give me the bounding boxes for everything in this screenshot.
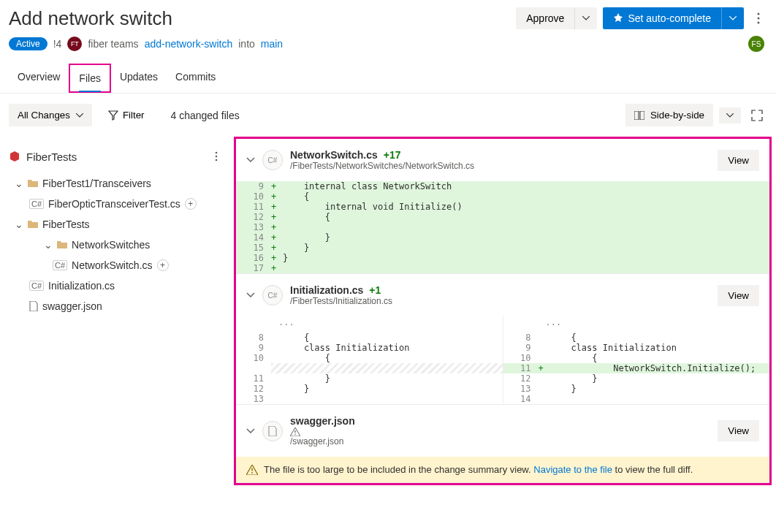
- approve-button[interactable]: Approve: [516, 7, 574, 29]
- user-avatar: FS: [748, 36, 764, 52]
- file-path: /swagger.json: [290, 436, 360, 446]
- code-line: 8 {: [236, 332, 503, 343]
- file-icon: [29, 301, 38, 311]
- tree-folder[interactable]: ⌄ FiberTest1/Transceivers: [0, 173, 234, 194]
- autocomplete-split[interactable]: Set auto-complete: [603, 7, 744, 29]
- chevron-down-icon: [582, 16, 590, 20]
- code-line: 13 }: [503, 384, 770, 394]
- navigate-to-file-link[interactable]: Navigate to the file: [533, 464, 612, 475]
- file-diff-card: swagger.json /swagger.json View The file…: [236, 405, 769, 483]
- tree-label: Initialization.cs: [48, 280, 115, 292]
- all-changes-dropdown[interactable]: All Changes: [9, 104, 92, 126]
- added-indicator-icon: +: [157, 259, 169, 271]
- kebab-icon: [757, 12, 760, 24]
- svg-point-7: [216, 159, 218, 162]
- collapse-toggle[interactable]: [246, 157, 255, 163]
- filter-button[interactable]: Filter: [99, 104, 153, 126]
- file-name: Initialization.cs: [290, 284, 363, 296]
- code-line: 12 }: [236, 384, 503, 394]
- code-block: 9+ internal class NetworkSwitch10+ {11+ …: [236, 181, 769, 273]
- file-icon: [262, 421, 283, 441]
- code-line: 11+ NetworkSwitch.Initialize();: [503, 363, 770, 373]
- tree-file[interactable]: swagger.json: [0, 296, 234, 316]
- repo-more-button[interactable]: [208, 147, 225, 166]
- svg-point-2: [758, 22, 760, 24]
- file-name: swagger.json: [290, 415, 355, 427]
- warning-icon: [246, 465, 258, 475]
- code-line: 13+: [236, 222, 769, 232]
- status-badge: Active: [9, 37, 47, 50]
- target-branch-link[interactable]: main: [261, 38, 283, 50]
- code-line: 9+ internal class NetworkSwitch: [236, 181, 769, 191]
- chevron-down-icon: [246, 292, 255, 298]
- tree-file[interactable]: C# NetworkSwitch.cs +: [0, 255, 234, 276]
- file-path: /FiberTests/Initialization.cs: [290, 296, 392, 306]
- changed-files-count: 4 changed files: [171, 110, 240, 121]
- tab-commits[interactable]: Commits: [167, 64, 224, 93]
- view-mode-select[interactable]: Side-by-side: [625, 104, 713, 126]
- collapse-toggle[interactable]: [246, 428, 255, 434]
- svg-point-8: [294, 433, 296, 435]
- approve-split[interactable]: Approve: [516, 7, 597, 29]
- file-delta: +1: [369, 284, 381, 296]
- diff-split: ···8 {9 class Initialization10 {11 }12 }…: [236, 316, 769, 404]
- chevron-down-icon: ⌄: [15, 218, 23, 230]
- expand-context[interactable]: ···: [236, 316, 503, 332]
- into-label: into: [238, 38, 255, 50]
- filter-icon: [108, 110, 118, 121]
- tabs: Overview Files Updates Commits: [0, 64, 776, 94]
- file-tree-sidebar: FiberTests ⌄ FiberTest1/Transceivers C# …: [0, 137, 234, 490]
- set-autocomplete-label: Set auto-complete: [628, 12, 711, 24]
- tree-folder[interactable]: ⌄ NetworkSwitches: [0, 235, 234, 255]
- kebab-icon: [215, 151, 218, 162]
- collapse-toggle[interactable]: [246, 292, 255, 298]
- warning-bar: The file is too large to be included in …: [236, 457, 769, 482]
- expand-icon: [751, 110, 763, 121]
- svg-point-10: [251, 472, 253, 474]
- folder-icon: [28, 179, 38, 188]
- approve-chevron[interactable]: [574, 7, 597, 29]
- view-file-button[interactable]: View: [718, 285, 759, 306]
- folder-icon: [28, 220, 38, 229]
- warning-icon: [290, 428, 360, 436]
- tree-file[interactable]: C# Initialization.cs: [0, 276, 234, 296]
- code-line: 9 class Initialization: [503, 343, 770, 353]
- tree-file[interactable]: C# FiberOpticTransceiverTest.cs +: [0, 194, 234, 214]
- more-actions-button[interactable]: [750, 8, 767, 28]
- code-line: 17+: [236, 263, 769, 273]
- tab-updates[interactable]: Updates: [111, 64, 167, 93]
- repo-icon: [9, 151, 20, 162]
- side-by-side-icon: [634, 111, 644, 120]
- set-autocomplete-button[interactable]: Set auto-complete: [603, 7, 721, 29]
- tree-label: NetworkSwitches: [72, 239, 150, 251]
- tab-files[interactable]: Files: [69, 64, 111, 93]
- code-line: 10 {: [236, 353, 503, 363]
- svg-point-5: [216, 152, 218, 154]
- view-file-button[interactable]: View: [718, 150, 759, 171]
- repo-name: FiberTests: [26, 151, 77, 163]
- csharp-icon: C#: [262, 285, 283, 305]
- filter-label: Filter: [123, 110, 145, 121]
- warning-text-tail: to view the full diff.: [615, 464, 693, 475]
- code-line: 14+ }: [236, 232, 769, 243]
- csharp-icon: C#: [53, 260, 67, 270]
- source-branch-link[interactable]: add-network-switch: [145, 38, 233, 50]
- autocomplete-chevron[interactable]: [721, 7, 744, 29]
- expand-context[interactable]: ···: [503, 316, 770, 332]
- code-line: 10 {: [503, 353, 770, 363]
- svg-point-6: [216, 156, 218, 158]
- svg-rect-9: [294, 430, 295, 433]
- tree-label: FiberOpticTransceiverTest.cs: [48, 198, 180, 210]
- code-line: 9 class Initialization: [236, 343, 503, 353]
- tree-label: NetworkSwitch.cs: [72, 259, 152, 271]
- view-file-button[interactable]: View: [718, 420, 759, 441]
- csharp-icon: C#: [262, 150, 283, 170]
- csharp-icon: C#: [29, 281, 44, 291]
- view-mode-chevron[interactable]: [719, 107, 741, 123]
- tab-overview[interactable]: Overview: [9, 64, 69, 93]
- csharp-icon: C#: [29, 199, 44, 209]
- code-line: 13: [236, 394, 503, 404]
- fullscreen-button[interactable]: [747, 105, 767, 126]
- file-path: /FiberTests/NetworkSwitches/NetworkSwitc…: [290, 161, 474, 171]
- tree-folder[interactable]: ⌄ FiberTests: [0, 214, 234, 235]
